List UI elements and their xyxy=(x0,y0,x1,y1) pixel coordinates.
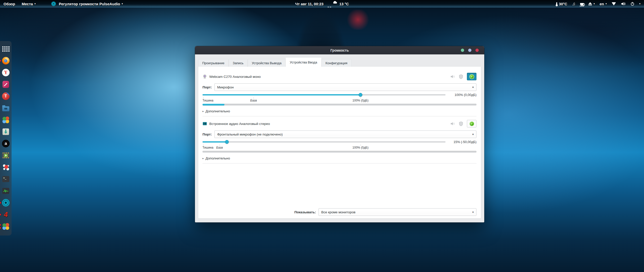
port-label: Порт: xyxy=(203,132,212,136)
weather-temp: 13 °C xyxy=(339,2,349,6)
wifi-icon xyxy=(612,2,616,6)
dock-item-playonlinux[interactable] xyxy=(2,223,10,230)
titlebar[interactable]: Громкость xyxy=(195,46,484,54)
chevron-down-icon: ▾ xyxy=(472,86,474,89)
port-select[interactable]: Микрофон ▾ xyxy=(214,83,476,91)
package-icon xyxy=(3,128,9,135)
terminal-icon: >_ xyxy=(2,176,9,182)
volume-slider-thumb[interactable] xyxy=(358,93,362,97)
notification-badge xyxy=(0,60,1,62)
dock-item-pinwheel-app[interactable] xyxy=(2,116,10,124)
rain-icon xyxy=(328,7,331,7)
eject-icon xyxy=(588,2,592,5)
notification-badge xyxy=(0,227,1,229)
chevron-down-icon: ▾ xyxy=(122,3,123,5)
dock-item-file-manager[interactable] xyxy=(2,104,10,112)
volume-slider[interactable] xyxy=(203,92,446,97)
advanced-label: Дополнительно xyxy=(206,109,230,113)
device-name: Встроенное аудио Аналоговый стерео xyxy=(209,122,270,126)
dock-item-video-player[interactable] xyxy=(2,152,10,159)
weather-applet[interactable]: 13 °C xyxy=(332,1,349,7)
temperature-indicator[interactable]: 30°C xyxy=(556,2,567,6)
app-grid-icon xyxy=(2,46,4,48)
yandex-browser-icon: Y xyxy=(2,69,10,76)
level-meter xyxy=(203,104,476,106)
pulseaudio-speaker-icon xyxy=(2,199,10,207)
fallback-button[interactable]: ✓ xyxy=(467,73,476,80)
molecule-icon xyxy=(2,164,9,171)
dock-item-firefox[interactable] xyxy=(2,57,10,64)
fallback-button[interactable]: ✓ xyxy=(467,120,476,127)
lock-channels-icon[interactable] xyxy=(459,74,463,79)
volume-slider[interactable] xyxy=(203,139,446,145)
dock-item-app-four[interactable]: 4 xyxy=(2,211,10,218)
tab-output-devices[interactable]: Устройства Вывода xyxy=(248,59,286,67)
expander-arrow-icon: ▸ xyxy=(203,157,204,160)
wallpaper-glow xyxy=(344,10,372,30)
app-indicator[interactable]: Регулятор громкости PulseAudio ▾ xyxy=(51,2,123,6)
eject-indicator[interactable]: ▾ xyxy=(588,2,595,5)
volume-scale: Тишина База 100% (0дБ) xyxy=(203,97,446,103)
system-monitor-icon xyxy=(2,188,9,194)
meter-fill xyxy=(203,104,224,106)
pulseaudio-icon xyxy=(51,2,56,6)
power-icon xyxy=(630,2,634,6)
mute-toggle-icon[interactable] xyxy=(450,74,456,79)
caffeine-indicator[interactable] xyxy=(580,2,584,6)
checkmark-icon: ✓ xyxy=(469,121,474,126)
music-indicator[interactable]: ♫ xyxy=(572,1,576,7)
volume-indicator[interactable] xyxy=(621,2,626,6)
volume-control-window: Громкость Проигрывание Запись Устройства… xyxy=(195,46,484,222)
chevron-down-icon: ▾ xyxy=(606,3,607,5)
volume-value: 100% (0,00дБ) xyxy=(446,93,476,97)
tick-silence: Тишина xyxy=(203,99,213,102)
chevron-down-icon[interactable]: ▾ xyxy=(639,3,640,5)
coffee-icon xyxy=(580,3,584,6)
port-label: Порт: xyxy=(203,85,212,89)
firefox-icon xyxy=(2,57,10,64)
tab-recording[interactable]: Запись xyxy=(229,59,248,67)
maximize-button[interactable] xyxy=(468,49,471,52)
chevron-down-icon: ▾ xyxy=(593,3,595,5)
clock[interactable]: Чт авг 11, 00:23 xyxy=(295,2,324,6)
webcam-icon xyxy=(203,74,207,79)
chevron-down-icon: ▾ xyxy=(472,133,474,136)
minimize-button[interactable] xyxy=(461,49,464,52)
dock-item-app-grid[interactable] xyxy=(2,45,10,53)
a-app-icon: a xyxy=(2,140,10,147)
tab-input-devices[interactable]: Устройства Ввода xyxy=(286,58,321,67)
dock-item-teamviewer[interactable]: T xyxy=(2,92,10,100)
dock-item-text-editor[interactable] xyxy=(2,81,10,88)
speaker-icon xyxy=(621,2,626,6)
volume-value: 15% (-50,00дБ) xyxy=(446,140,476,144)
activities-button[interactable]: Обзор xyxy=(4,2,15,6)
show-filter-select[interactable]: Все кроме мониторов ▾ xyxy=(318,208,476,216)
lock-channels-icon[interactable] xyxy=(459,121,463,126)
dock-item-a-app[interactable]: a xyxy=(2,140,10,147)
places-label: Места xyxy=(22,2,33,6)
close-button[interactable] xyxy=(475,49,479,52)
tab-configuration[interactable]: Конфигурация xyxy=(321,59,351,67)
volume-scale: Тишина База 100% (0дБ) xyxy=(203,145,446,150)
tab-playback[interactable]: Проигрывание xyxy=(198,59,228,67)
port-select[interactable]: Фронтальный микрофон (не подключено) ▾ xyxy=(214,130,476,138)
dock-item-system-monitor[interactable] xyxy=(2,187,10,195)
device-section-webcam: Webcam C270 Аналоговый моно ✓ Порт: М xyxy=(203,73,476,116)
network-indicator[interactable] xyxy=(612,2,616,6)
places-menu[interactable]: Места▾ xyxy=(22,2,36,6)
folder-icon xyxy=(2,106,9,111)
volume-slider-thumb[interactable] xyxy=(225,140,229,144)
port-value: Микрофон xyxy=(217,85,234,89)
dock-item-chemistry-app[interactable] xyxy=(2,163,10,171)
advanced-expander[interactable]: ▸ Дополнительно xyxy=(203,156,476,161)
power-menu[interactable] xyxy=(630,2,634,6)
checkmark-icon: ✓ xyxy=(469,74,474,79)
dock-item-package-installer[interactable] xyxy=(2,128,10,135)
dock-item-yandex-browser[interactable]: Y xyxy=(2,69,10,76)
text-editor-icon xyxy=(3,81,9,88)
dock-item-terminal[interactable]: >_ xyxy=(2,175,10,183)
keyboard-layout-indicator[interactable]: en ▾ xyxy=(599,2,607,6)
advanced-expander[interactable]: ▸ Дополнительно xyxy=(203,109,476,114)
mute-toggle-icon[interactable] xyxy=(450,121,456,126)
dock-item-volume-control[interactable] xyxy=(2,199,10,207)
